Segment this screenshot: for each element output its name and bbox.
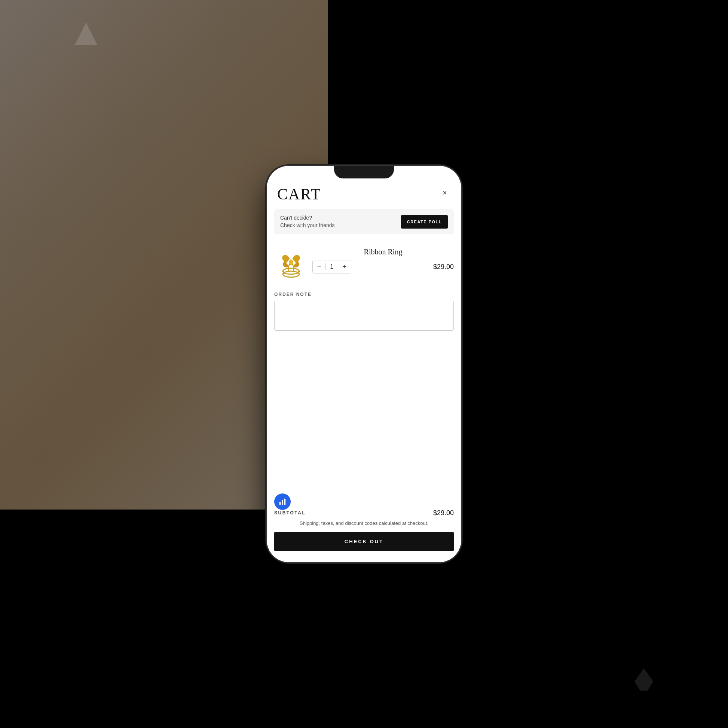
phone-notch (334, 166, 394, 179)
order-note-input[interactable] (274, 301, 454, 331)
subtotal-label: SUBTOTAL (274, 510, 306, 515)
shipping-note: Shipping, taxes, and discount codes calc… (274, 520, 454, 527)
cart-panel: CART × Can't decide? Check with your fri… (267, 166, 461, 562)
quantity-value: 1 (326, 263, 338, 270)
chat-fab-button[interactable] (274, 494, 291, 510)
phone-screen: CART × Can't decide? Check with your fri… (267, 166, 461, 562)
svg-rect-2 (283, 271, 284, 274)
order-note-label: ORDER NOTE (274, 292, 454, 297)
order-note-section: ORDER NOTE (274, 287, 454, 337)
product-row: Ribbon Ring − 1 + $29.00 (274, 242, 454, 287)
product-image (274, 248, 308, 281)
product-name-row: Ribbon Ring (312, 248, 454, 256)
product-name: Ribbon Ring (364, 248, 402, 256)
svg-rect-5 (280, 502, 281, 505)
product-price: $29.00 (433, 263, 454, 271)
poll-banner: Can't decide? Check with your friends CR… (274, 209, 454, 234)
cart-items-list: Ribbon Ring − 1 + $29.00 (267, 242, 461, 503)
scene: CART × Can't decide? Check with your fri… (0, 0, 728, 728)
subtotal-value: $29.00 (433, 509, 454, 517)
product-info: Ribbon Ring − 1 + $29.00 (312, 248, 454, 274)
cart-bottom: SUBTOTAL $29.00 Shipping, taxes, and dis… (267, 503, 461, 562)
create-poll-button[interactable]: CREATE POLL (401, 215, 448, 229)
quantity-decrease-button[interactable]: − (313, 260, 326, 273)
poll-text: Can't decide? Check with your friends (280, 214, 335, 229)
chart-bars-icon (278, 497, 286, 506)
svg-rect-3 (298, 271, 299, 274)
close-button[interactable]: × (439, 187, 451, 199)
svg-rect-7 (284, 499, 286, 505)
product-ring-svg (275, 249, 307, 281)
subtotal-row: SUBTOTAL $29.00 (274, 509, 454, 517)
close-icon: × (442, 188, 447, 197)
poll-text-line1: Can't decide? (280, 214, 335, 222)
svg-rect-6 (282, 500, 283, 505)
checkout-button[interactable]: CHECK OUT (274, 532, 454, 551)
poll-text-line2: Check with your friends (280, 222, 335, 229)
deco-shape-2 (635, 668, 653, 691)
cart-title: CART (277, 185, 321, 203)
product-controls-row: − 1 + $29.00 (312, 260, 454, 274)
quantity-increase-button[interactable]: + (338, 260, 351, 273)
phone-frame: CART × Can't decide? Check with your fri… (267, 166, 461, 562)
quantity-control: − 1 + (312, 260, 351, 274)
